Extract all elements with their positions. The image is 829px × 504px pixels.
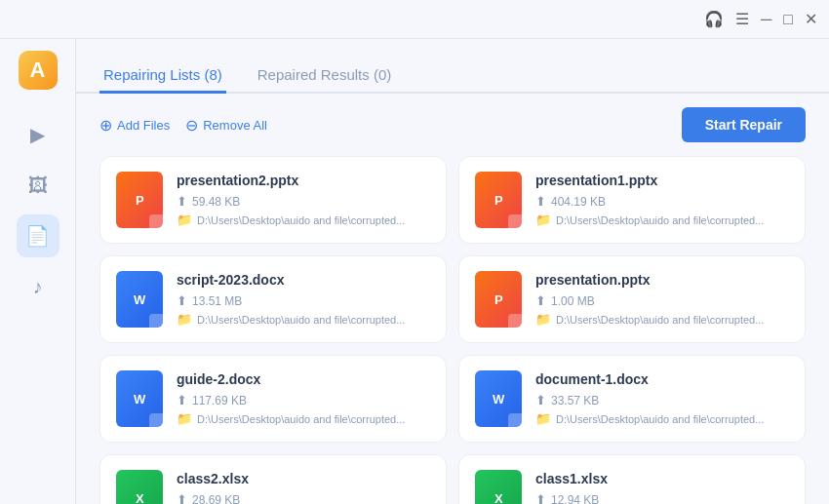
file-size: ⬆ 404.19 KB: [535, 194, 789, 209]
file-info: document-1.docx ⬆ 33.57 KB 📁 D:\Users\De…: [535, 371, 789, 426]
file-path: 📁 D:\Users\Desktop\auido and file\corrup…: [177, 411, 430, 426]
sidebar-item-video[interactable]: ▶: [17, 113, 59, 156]
file-card[interactable]: X class1.xlsx ⬆ 12.94 KB 📁 D:\Users\Desk…: [458, 454, 806, 504]
folder-icon: 📁: [177, 312, 192, 327]
headphone-icon[interactable]: 🎧: [704, 10, 724, 28]
file-type-label: P: [494, 292, 502, 307]
file-card[interactable]: P presentation1.pptx ⬆ 404.19 KB 📁 D:\Us…: [458, 156, 806, 244]
folder-icon: 📁: [535, 312, 551, 327]
file-card[interactable]: X class2.xlsx ⬆ 28.69 KB 📁 D:\Users\Desk…: [99, 454, 447, 504]
file-path: 📁 D:\Users\Desktop\auido and file\corrup…: [535, 213, 789, 227]
file-size: ⬆ 59.48 KB: [177, 194, 430, 209]
toolbar: ⊕ Add Files ⊖ Remove All Start Repair: [76, 94, 829, 156]
file-type-label: X: [136, 491, 143, 505]
size-icon: ⬆: [177, 194, 187, 209]
content-area: Repairing Lists (8) Repaired Results (0)…: [76, 39, 829, 504]
video-icon: ▶: [30, 123, 45, 146]
size-icon: ⬆: [535, 393, 546, 407]
sidebar-item-audio[interactable]: ♪: [17, 265, 59, 308]
folder-icon: 📁: [535, 213, 551, 227]
main-layout: A ▶ 🖼 📄 ♪ Repairing Lists (8) Repaired R…: [0, 39, 829, 504]
file-info: script-2023.docx ⬆ 13.51 MB 📁 D:\Users\D…: [177, 272, 430, 327]
file-card[interactable]: W script-2023.docx ⬆ 13.51 MB 📁 D:\Users…: [99, 255, 447, 343]
file-name: class1.xlsx: [535, 471, 789, 486]
file-size: ⬆ 1.00 MB: [535, 293, 789, 308]
maximize-icon[interactable]: □: [783, 11, 793, 28]
file-path: 📁 D:\Users\Desktop\auido and file\corrup…: [177, 213, 430, 227]
file-info: presentation.pptx ⬆ 1.00 MB 📁 D:\Users\D…: [535, 272, 789, 327]
file-type-label: P: [136, 193, 143, 208]
file-type-label: W: [493, 392, 504, 407]
file-path: 📁 D:\Users\Desktop\auido and file\corrup…: [535, 312, 789, 327]
file-type-label: X: [494, 491, 502, 505]
file-info: class2.xlsx ⬆ 28.69 KB 📁 D:\Users\Deskto…: [177, 471, 430, 504]
title-bar: 🎧 ☰ ─ □ ✕: [0, 0, 829, 39]
file-type-icon: W: [116, 271, 163, 328]
file-grid: P presentation2.pptx ⬆ 59.48 KB 📁 D:\Use…: [76, 156, 829, 504]
file-card[interactable]: P presentation2.pptx ⬆ 59.48 KB 📁 D:\Use…: [99, 156, 447, 244]
minimize-icon[interactable]: ─: [761, 11, 771, 28]
add-files-button[interactable]: ⊕ Add Files: [99, 116, 170, 135]
size-icon: ⬆: [177, 293, 187, 308]
size-icon: ⬆: [177, 393, 187, 407]
tab-bar: Repairing Lists (8) Repaired Results (0): [76, 39, 829, 94]
size-icon: ⬆: [535, 293, 546, 308]
file-size: ⬆ 117.69 KB: [177, 393, 430, 407]
menu-icon[interactable]: ☰: [735, 10, 749, 28]
file-name: presentation1.pptx: [535, 173, 789, 188]
file-type-label: W: [134, 392, 145, 407]
file-name: script-2023.docx: [177, 272, 430, 288]
file-path: 📁 D:\Users\Desktop\auido and file\corrup…: [535, 411, 789, 426]
size-icon: ⬆: [535, 194, 546, 209]
file-path: 📁 D:\Users\Desktop\auido and file\corrup…: [177, 312, 430, 327]
file-info: guide-2.docx ⬆ 117.69 KB 📁 D:\Users\Desk…: [177, 371, 430, 426]
folder-icon: 📁: [177, 411, 192, 426]
file-name: class2.xlsx: [177, 471, 430, 486]
remove-icon: ⊖: [185, 116, 198, 135]
file-type-icon: P: [475, 271, 522, 328]
file-type-icon: X: [475, 470, 522, 504]
document-icon: 📄: [25, 224, 50, 248]
file-info: presentation2.pptx ⬆ 59.48 KB 📁 D:\Users…: [177, 173, 430, 227]
tab-repaired-results[interactable]: Repaired Results (0): [254, 58, 396, 94]
file-type-icon: W: [475, 370, 522, 427]
file-name: guide-2.docx: [177, 371, 430, 387]
file-type-label: P: [494, 193, 502, 208]
file-size: ⬆ 33.57 KB: [535, 393, 789, 407]
app-logo: A: [19, 51, 58, 90]
file-size: ⬆ 28.69 KB: [177, 492, 430, 504]
file-name: presentation.pptx: [535, 272, 789, 288]
start-repair-button[interactable]: Start Repair: [682, 107, 806, 142]
file-card[interactable]: W document-1.docx ⬆ 33.57 KB 📁 D:\Users\…: [458, 355, 806, 443]
file-info: class1.xlsx ⬆ 12.94 KB 📁 D:\Users\Deskto…: [535, 471, 789, 504]
sidebar-item-image[interactable]: 🖼: [17, 164, 59, 207]
image-icon: 🖼: [28, 174, 48, 197]
file-type-icon: X: [116, 470, 163, 504]
remove-all-button[interactable]: ⊖ Remove All: [185, 116, 267, 135]
close-icon[interactable]: ✕: [805, 10, 817, 28]
sidebar: A ▶ 🖼 📄 ♪: [0, 39, 76, 504]
file-card[interactable]: W guide-2.docx ⬆ 117.69 KB 📁 D:\Users\De…: [99, 355, 447, 443]
file-size: ⬆ 13.51 MB: [177, 293, 430, 308]
audio-icon: ♪: [33, 276, 43, 298]
file-type-icon: W: [116, 370, 163, 427]
file-info: presentation1.pptx ⬆ 404.19 KB 📁 D:\User…: [535, 173, 789, 227]
add-icon: ⊕: [99, 116, 112, 135]
sidebar-item-document[interactable]: 📄: [17, 214, 59, 257]
file-size: ⬆ 12.94 KB: [535, 492, 789, 504]
file-name: presentation2.pptx: [177, 173, 430, 188]
file-type-icon: P: [116, 172, 163, 228]
folder-icon: 📁: [535, 411, 551, 426]
size-icon: ⬆: [535, 492, 546, 504]
folder-icon: 📁: [177, 213, 192, 227]
file-type-icon: P: [475, 172, 522, 228]
file-type-label: W: [134, 292, 145, 307]
file-card[interactable]: P presentation.pptx ⬆ 1.00 MB 📁 D:\Users…: [458, 255, 806, 343]
tab-repairing-lists[interactable]: Repairing Lists (8): [99, 58, 226, 94]
file-name: document-1.docx: [535, 371, 789, 387]
size-icon: ⬆: [177, 492, 187, 504]
